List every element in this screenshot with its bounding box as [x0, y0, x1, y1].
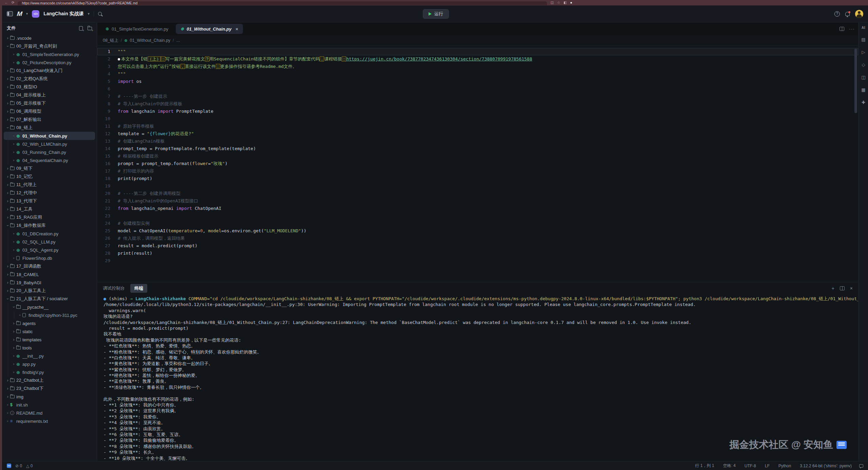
tree-file-item[interactable]: ●⊛04_SequentialChain.py [4, 156, 95, 164]
tree-folder-item[interactable]: ›img [4, 393, 95, 401]
terminal-output[interactable]: ● (shims) → LangChain-shizhanke COMMAND=… [97, 294, 858, 461]
help-icon[interactable]: ? [834, 11, 840, 17]
tree-file-item[interactable]: ●⊛02_SQL_LLM.py [4, 238, 95, 246]
chevron-collapsed-icon[interactable]: › [5, 199, 10, 203]
tree-folder-item[interactable]: ›06_调用模型 [4, 107, 95, 115]
code-line[interactable]: 23 [97, 212, 858, 220]
tree-folder-item[interactable]: ›static [4, 327, 95, 336]
tree-folder-item[interactable]: ›19_BabyAGI [4, 278, 95, 287]
code-line[interactable]: 21# 导入LangChain中的OpenAI模型接口 [97, 197, 858, 205]
tree-folder-item[interactable]: ›21_人脉工具下 / socializer [4, 295, 95, 303]
tree-file-item[interactable]: ●⊛03_Running_Chain.py [4, 148, 95, 156]
marscode-logo[interactable]: M [17, 10, 22, 18]
code-line[interactable]: 8# 导入LangChain中的提示模板 [97, 100, 858, 108]
editor-scrollbar[interactable] [854, 49, 857, 113]
code-line[interactable]: 28print(result) [97, 250, 858, 257]
user-avatar[interactable] [855, 10, 863, 18]
tree-file-item[interactable]: ●⊛03_SQL_Agent.py [4, 246, 95, 254]
code-line[interactable]: 29 [97, 257, 858, 265]
chevron-collapsed-icon[interactable]: › [5, 280, 10, 285]
tools-extra-icon[interactable]: ✚ [862, 100, 865, 105]
chevron-collapsed-icon[interactable]: › [5, 207, 10, 212]
tree-file-item[interactable]: ●⊛app.py [4, 360, 95, 368]
code-line[interactable]: 6 [97, 85, 858, 93]
toggle-sidebar-icon[interactable] [7, 11, 13, 16]
code-line[interactable]: 4""" [97, 70, 858, 78]
chevron-collapsed-icon[interactable]: › [5, 288, 10, 293]
chevron-collapsed-icon[interactable]: › [5, 215, 10, 220]
chevron-down-icon[interactable]: ▾ [88, 12, 90, 16]
plugin-icon[interactable]: ◇ [862, 62, 865, 67]
new-file-icon[interactable] [79, 26, 83, 31]
statusbar-item[interactable]: 行 1，列 1 [695, 463, 714, 469]
chevron-expanded-icon[interactable]: › [12, 305, 16, 310]
tree-folder-item[interactable]: ›23_Chatbot下 [4, 384, 95, 393]
chevron-collapsed-icon[interactable]: › [5, 264, 10, 269]
tree-folder-item[interactable]: ›__pycache__ [4, 303, 95, 311]
code-line[interactable]: 27result = model.predict(prompt) [97, 242, 858, 250]
tree-folder-item[interactable]: ›20_人脉工具上 [4, 287, 95, 295]
code-line[interactable]: 14prompt_temp = PromptTemplate.from_temp… [97, 145, 858, 152]
docs-panel-icon[interactable]: ▤ [861, 37, 865, 42]
more-actions-icon[interactable]: ··· [849, 26, 855, 32]
code-line[interactable]: 19 [97, 182, 858, 190]
tree-folder-item[interactable]: ›14_工具 [4, 205, 95, 213]
tree-folder-item[interactable]: ›02_文档QA系统 [4, 75, 95, 83]
tree-file-item[interactable]: ●⊛01_DBCreation.py [4, 230, 95, 238]
breadcrumb-item[interactable]: ... [176, 38, 180, 43]
notification-bell-icon[interactable] [845, 12, 850, 16]
chevron-down-icon[interactable]: ▾ [26, 12, 28, 16]
chevron-collapsed-icon[interactable]: › [5, 182, 10, 187]
chevron-collapsed-icon[interactable]: › [5, 76, 10, 81]
split-panel-icon[interactable] [840, 286, 845, 290]
tree-file-item[interactable]: ●⊛__init__.py [4, 352, 95, 360]
tree-folder-item[interactable]: ›.vscode [4, 34, 95, 42]
code-line[interactable]: 1""" [97, 48, 858, 55]
chevron-collapsed-icon[interactable]: › [5, 394, 10, 399]
chevron-collapsed-icon[interactable]: › [5, 166, 10, 171]
search-icon[interactable] [98, 12, 102, 16]
chevron-expanded-icon[interactable]: › [5, 296, 10, 302]
tree-folder-item[interactable]: ›05_提示模板下 [4, 99, 95, 107]
code-line[interactable]: 22from langchain_openai import ChatOpenA… [97, 205, 858, 212]
tree-folder-item[interactable]: ›04_提示模板上 [4, 91, 95, 99]
tree-folder-item[interactable]: ›13_代理下 [4, 197, 95, 205]
tree-file-item[interactable]: ●$init.sh [4, 401, 95, 409]
chevron-collapsed-icon[interactable]: › [5, 68, 10, 73]
code-line[interactable]: 12template = "{flower}的花语是?" [97, 130, 858, 138]
browser-panel-icon[interactable]: ◫ [550, 0, 553, 5]
code-line[interactable]: 26# 传入提示，调用模型，返回结果 [97, 235, 858, 242]
feedback-icon[interactable] [859, 464, 863, 468]
tree-folder-item[interactable]: ›10_记忆 [4, 173, 95, 181]
launcher-icon[interactable]: ▷ [862, 50, 865, 55]
breadcrumb[interactable]: 08_链上/⊛01_Without_Chain.py/... [97, 35, 858, 46]
breadcrumb-item[interactable]: 08_链上 [103, 38, 118, 43]
apps-grid-icon[interactable]: ▦ [861, 87, 865, 92]
editor-tab[interactable]: ⊛01_Without_Chain.py× [176, 24, 243, 34]
tree-folder-item[interactable]: ›templates [4, 336, 95, 344]
new-terminal-icon[interactable]: + [832, 286, 834, 291]
statusbar-item[interactable]: LF [765, 464, 770, 468]
chevron-collapsed-icon[interactable]: › [5, 174, 10, 179]
tree-folder-item[interactable]: ›01_LangChain快速入门 [4, 67, 95, 75]
tree-folder-item[interactable]: ›03_模型IO [4, 83, 95, 91]
chevron-collapsed-icon[interactable]: › [11, 337, 16, 342]
chevron-collapsed-icon[interactable]: › [5, 272, 10, 277]
tree-file-item[interactable]: ●FlowerShop.db [4, 254, 95, 262]
ai-assistant-icon[interactable]: AI [862, 26, 865, 30]
chevron-expanded-icon[interactable]: › [5, 125, 10, 130]
tree-folder-item[interactable]: ›12_代理中 [4, 189, 95, 197]
chevron-collapsed-icon[interactable]: › [5, 36, 10, 40]
code-line[interactable]: 10 [97, 115, 858, 123]
tree-file-item[interactable]: ●⊛02_PictureDescription.py [4, 58, 95, 67]
chevron-collapsed-icon[interactable]: › [5, 93, 10, 97]
tree-folder-item[interactable]: ›18_CAMEL [4, 270, 95, 278]
code-line[interactable]: 13# 创建LangChain模板 [97, 138, 858, 145]
tree-folder-item[interactable]: ›09_链下 [4, 164, 95, 173]
chevron-collapsed-icon[interactable]: › [5, 191, 10, 195]
code-editor[interactable]: 1"""2本文件是【链（上）：写一篇完美鲜花推文？用SequencialChai… [97, 46, 858, 282]
panel-tab[interactable]: 终端 [130, 284, 147, 293]
statusbar-item[interactable]: 3.12.2 64-bit ('shims': pyenv) [800, 464, 852, 468]
editor-tab[interactable]: ⊛01_SimpleTextGeneration.py [101, 24, 173, 34]
code-line[interactable]: 24# 创建模型实例 [97, 220, 858, 227]
